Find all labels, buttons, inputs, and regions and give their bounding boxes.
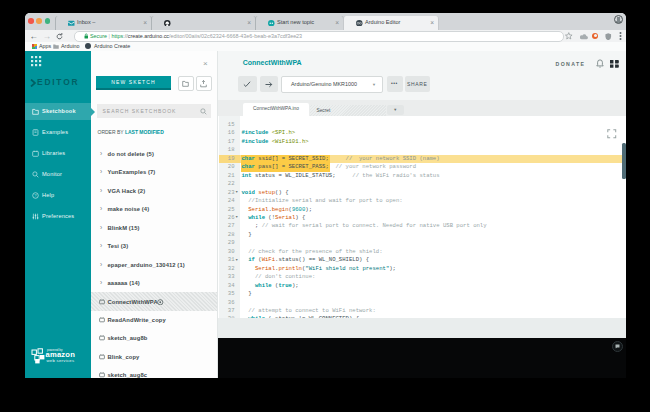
- svg-text:?: ?: [34, 192, 37, 197]
